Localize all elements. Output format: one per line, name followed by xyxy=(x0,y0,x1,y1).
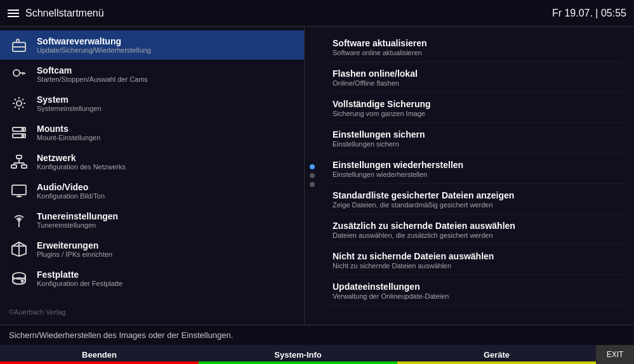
sidebar-item-netzwerk[interactable]: Netzwerk Konfiguration des Netzwerks xyxy=(0,147,304,176)
sidebar-text-mounts: Mounts Mount-Einstellungen xyxy=(37,124,100,141)
geraete-button[interactable]: Geräte xyxy=(397,345,596,364)
header-time: Fr 19.07. | 05:55 xyxy=(552,8,626,19)
dot-1 xyxy=(310,164,315,169)
server-icon xyxy=(9,122,29,143)
monitor-icon xyxy=(9,181,29,201)
right-item-7[interactable]: Nicht zu sichernde Dateien auswählen Nic… xyxy=(330,246,624,275)
sidebar: Softwareverwaltung Update/Sicherung/Wied… xyxy=(0,27,305,325)
header-title: Schnellstartmenü xyxy=(25,8,104,19)
briefcase-icon xyxy=(9,35,29,55)
exit-button[interactable]: EXIT xyxy=(596,345,634,364)
sidebar-footer: ©Auerbach Verlag xyxy=(0,303,304,321)
svg-point-2 xyxy=(13,70,20,76)
bottom-bar: Beenden System-Info Geräte EXIT xyxy=(0,345,634,364)
sidebar-text-audiovideo: Audio/Video Konfiguration Bild/Ton xyxy=(37,182,105,200)
svg-point-6 xyxy=(22,129,24,131)
sidebar-item-audiovideo[interactable]: Audio/Video Konfiguration Bild/Ton xyxy=(0,176,304,205)
network-icon xyxy=(9,152,29,172)
beenden-button[interactable]: Beenden xyxy=(0,345,199,364)
box-icon xyxy=(9,239,29,259)
right-item-0[interactable]: Software aktualisieren Software online a… xyxy=(330,33,624,62)
right-item-3[interactable]: Einstellungen sichern Einstellungen sich… xyxy=(330,124,624,153)
dot-3 xyxy=(310,182,315,187)
right-item-2[interactable]: Vollständige Sicherung Sicherung vom gan… xyxy=(330,94,624,123)
status-bar: Sichern/Wiederherstellen des Images oder… xyxy=(0,325,634,345)
sidebar-item-tuner[interactable]: Tunereinstellungen Tunereinstellungen xyxy=(0,205,304,235)
sidebar-text-netzwerk: Netzwerk Konfiguration des Netzwerks xyxy=(37,153,126,171)
dots-container xyxy=(305,27,320,325)
antenna-icon xyxy=(9,210,29,230)
svg-rect-8 xyxy=(17,155,22,159)
main-content: Softwareverwaltung Update/Sicherung/Wied… xyxy=(0,27,634,325)
svg-rect-15 xyxy=(12,185,26,195)
sidebar-text-festplatte: Festplatte Konfiguration der Festplatte xyxy=(37,270,122,287)
right-item-6[interactable]: Zusätzlich zu sichernde Dateien auswähle… xyxy=(330,216,624,245)
sidebar-item-system[interactable]: System Systemeinstellungen xyxy=(0,89,304,118)
svg-rect-10 xyxy=(22,165,27,168)
sidebar-text-softcam: Softcam Starten/Stoppen/Auswahl der Cams xyxy=(37,65,148,83)
sidebar-text-erweiterungen: Erweiterungen Plugins / IPKs einrichten xyxy=(37,240,112,258)
sidebar-item-erweiterungen[interactable]: Erweiterungen Plugins / IPKs einrichten xyxy=(0,235,304,264)
dot-2 xyxy=(310,173,315,178)
hamburger-icon[interactable] xyxy=(8,10,19,17)
header-left: Schnellstartmenü xyxy=(8,8,104,19)
right-item-4[interactable]: Einstellungen wiederherstellen Einstellu… xyxy=(330,155,624,184)
settings-icon xyxy=(9,93,29,114)
right-item-8[interactable]: Updateeinstellungen Verwaltung der Onlin… xyxy=(330,276,624,306)
sidebar-text-softwareverwaltung: Softwareverwaltung Update/Sicherung/Wied… xyxy=(37,36,151,54)
status-text: Sichern/Wiederherstellen des Images oder… xyxy=(9,330,233,340)
key-icon xyxy=(9,64,29,84)
right-panel: Software aktualisieren Software online a… xyxy=(305,27,634,325)
svg-point-19 xyxy=(18,219,20,221)
sidebar-item-mounts[interactable]: Mounts Mount-Einstellungen xyxy=(0,118,304,147)
sysinfo-button[interactable]: System-Info xyxy=(199,345,397,364)
sidebar-item-festplatte[interactable]: Festplatte Konfiguration der Festplatte xyxy=(0,264,304,293)
sidebar-text-tuner: Tunereinstellungen Tunereinstellungen xyxy=(37,211,118,229)
sidebar-item-softcam[interactable]: Softcam Starten/Stoppen/Auswahl der Cams xyxy=(0,60,304,89)
sidebar-item-softwareverwaltung[interactable]: Softwareverwaltung Update/Sicherung/Wied… xyxy=(0,30,304,60)
right-item-1[interactable]: Flashen online/lokal Online/Offline flas… xyxy=(330,63,624,93)
svg-point-24 xyxy=(22,280,23,282)
header: Schnellstartmenü Fr 19.07. | 05:55 xyxy=(0,0,634,27)
svg-point-3 xyxy=(17,101,22,106)
right-item-5[interactable]: Standardliste gesicherter Dateien anzeig… xyxy=(330,185,624,214)
sidebar-text-system: System Systemeinstellungen xyxy=(37,94,102,112)
hdd-icon xyxy=(9,268,29,289)
svg-point-7 xyxy=(22,135,24,137)
svg-rect-9 xyxy=(11,165,17,168)
right-items: Software aktualisieren Software online a… xyxy=(320,27,634,312)
